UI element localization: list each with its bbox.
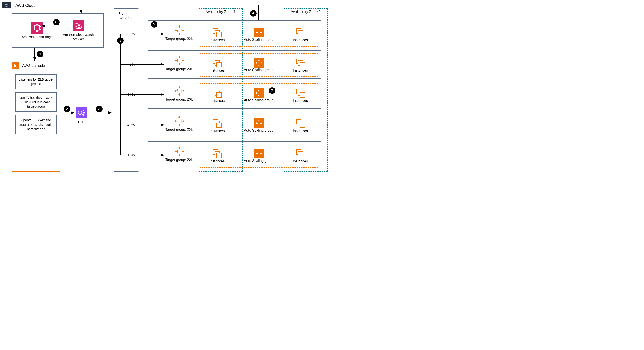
target-group-1: Target group: 2XL (165, 25, 193, 41)
ec2-instances-icon (295, 148, 306, 159)
svg-rect-69 (217, 123, 222, 128)
target-group-row-1: Target group: 2XL Instances Auto Scaling… (148, 20, 321, 48)
svg-line-14 (81, 111, 83, 112)
ec2-instances-icon (295, 27, 306, 38)
ec2-instances-icon (212, 118, 222, 129)
auto-scaling-group-4: Instances Auto Scaling group Instances (200, 114, 318, 137)
target-group-icon (174, 115, 185, 127)
svg-rect-54 (217, 93, 222, 97)
cloudwatch-service: Amazon CloudWatch Metrics (63, 20, 94, 41)
lambda-step-2: Identify healthy Amazon EC2 vCPUs in eac… (15, 92, 57, 112)
target-group-4: Target group: 2XL (165, 115, 193, 132)
target-group-row-4: Target group: 2XL Instances Auto Scaling… (148, 111, 321, 139)
svg-point-10 (78, 111, 82, 115)
lambda-icon (12, 62, 19, 69)
svg-point-6 (34, 29, 35, 30)
ec2-instances-icon (212, 27, 222, 38)
weight-5: 10% (128, 153, 135, 158)
auto-scaling-icon (254, 119, 264, 128)
aws-logo-badge: aws (2, 2, 12, 8)
target-group-label: Target group: 2XL (165, 128, 193, 132)
svg-rect-76 (300, 123, 305, 128)
target-group-2: Target group: 2XL (165, 55, 193, 71)
eventbridge-label: Amazon EventBridge (22, 35, 53, 39)
target-group-label: Target group: 2XL (165, 158, 193, 162)
eventbridge-service: Amazon EventBridge (22, 22, 53, 39)
step-badge-4: 4 (250, 10, 256, 17)
auto-scaling-icon (254, 88, 264, 98)
elb-service: ELB (76, 107, 87, 124)
svg-point-7 (34, 26, 35, 27)
az1-label: Availability Zone 1 (199, 10, 242, 14)
svg-rect-47 (178, 89, 181, 93)
svg-rect-91 (300, 153, 305, 158)
target-group-label: Target group: 2XL (165, 37, 193, 41)
step-badge-2: 2 (64, 106, 70, 112)
cloudwatch-label: Amazon CloudWatch Metrics (63, 33, 94, 41)
auto-scaling-group-3: Instances Auto Scaling group Instances (200, 83, 318, 107)
auto-scaling-icon (254, 149, 264, 158)
dynamic-weights-box: Dynamic weights 30% 5% 15% 40% 10% (113, 8, 139, 172)
weight-3: 15% (128, 93, 135, 97)
az2-label: Availability Zone 2 (284, 10, 328, 14)
svg-rect-84 (217, 153, 222, 158)
target-group-icon (174, 25, 185, 36)
svg-rect-46 (300, 62, 305, 67)
target-group-icon (174, 85, 185, 97)
eventbridge-icon (31, 22, 43, 34)
ec2-instances-icon (212, 148, 222, 159)
auto-scaling-group-1: Instances Auto Scaling group Instances (200, 23, 318, 47)
svg-rect-61 (300, 93, 305, 97)
lambda-step-1: Listeners for ELB target groups (15, 74, 57, 89)
target-group-row-3: Target group: 2XL Instances Auto Scaling… (148, 81, 321, 109)
instances-az1: Instances (210, 27, 224, 42)
svg-point-3 (39, 26, 40, 27)
svg-point-8 (78, 26, 80, 28)
svg-rect-39 (217, 62, 222, 67)
svg-point-4 (39, 29, 40, 30)
ec2-instances-icon (295, 88, 306, 98)
observability-box: Amazon EventBridge Amazon CloudWatch Met… (12, 13, 104, 48)
auto-scaling-icon (254, 28, 264, 37)
svg-rect-31 (300, 32, 305, 37)
aws-cloud-container: aws AWS Cloud Amazon EventBridge (2, 2, 327, 176)
target-group-icon (174, 55, 185, 66)
ec2-instances-icon (295, 118, 306, 129)
target-group-3: Target group: 2XL (165, 85, 193, 101)
step-badge-8: 8 (53, 19, 60, 26)
step-badge-5: 5 (151, 21, 158, 28)
svg-rect-77 (178, 150, 181, 153)
elb-icon (76, 107, 87, 119)
svg-rect-32 (178, 59, 181, 62)
ec2-instances-icon (212, 88, 222, 98)
ec2-instances-icon (295, 58, 306, 68)
svg-point-2 (36, 24, 38, 26)
instances-az2: Instances (293, 27, 308, 42)
step-badge-7: 7 (269, 87, 276, 94)
target-group-row-2: Target group: 2XL Instances Auto Scaling… (148, 51, 321, 79)
step-badge-3: 3 (96, 106, 102, 112)
svg-point-5 (36, 30, 38, 32)
target-group-row-5: Target group: 2XL Instances Auto Scaling… (148, 141, 321, 169)
target-group-label: Target group: 2XL (165, 67, 193, 71)
svg-point-12 (83, 112, 85, 113)
svg-line-16 (81, 114, 83, 115)
auto-scaling-group-2: Instances Auto Scaling group Instances (200, 53, 318, 77)
cloudwatch-icon (72, 20, 84, 31)
svg-rect-62 (178, 119, 181, 123)
weight-4: 40% (128, 123, 135, 127)
asg-center: Auto Scaling group (244, 28, 274, 42)
svg-text:aws: aws (5, 3, 8, 5)
lambda-box: AWS Lambda Listeners for ELB target grou… (12, 62, 60, 172)
aws-cloud-label: AWS Cloud (15, 3, 36, 8)
svg-rect-17 (178, 29, 181, 32)
target-group-icon (174, 146, 185, 157)
auto-scaling-icon (254, 58, 264, 68)
weights-title: Dynamic weights (113, 11, 139, 21)
step-badge-6: 6 (117, 37, 124, 44)
svg-rect-24 (217, 32, 222, 37)
lambda-title: AWS Lambda (22, 64, 45, 68)
elb-label: ELB (78, 120, 84, 124)
target-group-5: Target group: 2XL (165, 146, 193, 162)
ec2-instances-icon (212, 58, 222, 68)
